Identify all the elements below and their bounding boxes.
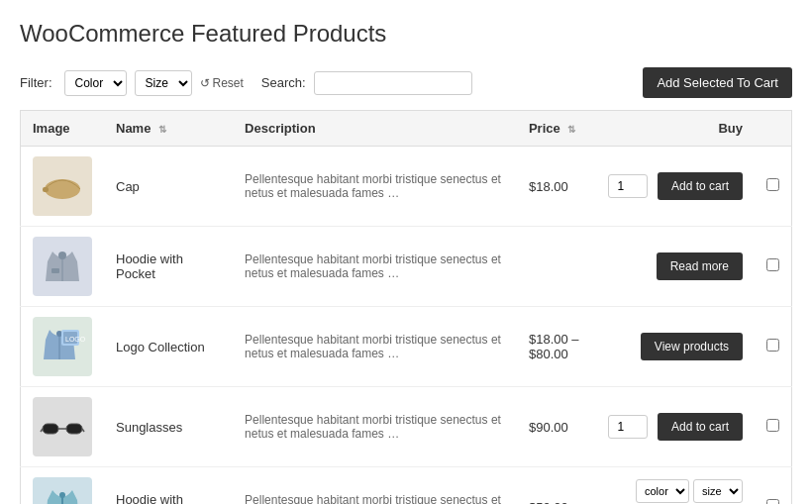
checkbox-hoodie-pocket[interactable] [766, 258, 779, 271]
product-name-hoodie-pocket: Hoodie with Pocket [104, 227, 233, 307]
checkbox-logo-collection[interactable] [766, 339, 779, 352]
product-image-cap [33, 156, 92, 216]
filter-label: Filter: [20, 75, 52, 90]
page-title: WooCommerce Featured Products [20, 20, 792, 48]
product-desc-cap: Pellentesque habitant morbi tristique se… [233, 147, 517, 227]
product-price-hoodie-pocket [517, 227, 596, 307]
checkbox-cell-sunglasses [755, 387, 792, 467]
toolbar: Filter: Color Size ↺ Reset Search: Add S… [20, 67, 792, 98]
hoodie-zipper-buy-area: color size Add to cart [608, 479, 743, 504]
svg-line-12 [82, 429, 84, 432]
product-image-sunglasses [33, 397, 92, 456]
product-price-sunglasses: $90.00 [517, 387, 596, 467]
qty-input-cap[interactable] [608, 174, 648, 198]
svg-text:LOGO: LOGO [65, 336, 86, 343]
product-price-hoodie-zipper: $50.00 [517, 467, 596, 505]
products-table: Image Name ⇅ Description Price ⇅ Buy [20, 110, 792, 504]
checkbox-cell-cap [755, 147, 792, 227]
col-checkbox-header [755, 111, 792, 147]
add-to-cart-button-sunglasses[interactable]: Add to cart [658, 413, 743, 441]
product-name-sunglasses: Sunglasses [104, 387, 233, 467]
checkbox-cell-hoodie-pocket [755, 227, 792, 307]
table-row: Hoodie with Pocket Pellentesque habitant… [21, 227, 792, 307]
col-description: Description [233, 111, 517, 147]
svg-rect-1 [43, 187, 49, 192]
checkbox-cap[interactable] [766, 178, 779, 191]
color-filter-select[interactable]: Color [64, 70, 127, 96]
size-filter-select[interactable]: Size [135, 70, 192, 96]
checkbox-cell-hoodie-zipper [755, 467, 792, 505]
search-label: Search: [261, 75, 306, 90]
col-name[interactable]: Name ⇅ [104, 111, 233, 147]
add-selected-to-cart-button[interactable]: Add Selected To Cart [643, 67, 792, 98]
svg-line-11 [41, 429, 43, 432]
add-to-cart-button-cap[interactable]: Add to cart [658, 172, 743, 200]
product-image-logo-collection: LOGO [33, 317, 92, 376]
checkbox-sunglasses[interactable] [766, 419, 779, 432]
buy-cell-logo-collection: View products [596, 307, 755, 387]
product-desc-sunglasses: Pellentesque habitant morbi tristique se… [233, 387, 517, 467]
product-desc-hoodie-zipper: Pellentesque habitant morbi tristique se… [233, 467, 517, 505]
table-header: Image Name ⇅ Description Price ⇅ Buy [21, 111, 792, 147]
hoodie-zipper-color-select[interactable]: color [636, 479, 689, 503]
svg-point-13 [59, 492, 65, 498]
name-sort-icon: ⇅ [158, 124, 166, 135]
product-name-logo-collection: Logo Collection [104, 307, 233, 387]
product-desc-hoodie-pocket: Pellentesque habitant morbi tristique se… [233, 227, 517, 307]
buy-cell-sunglasses: Add to cart [596, 387, 755, 467]
add-selected-area: Add Selected To Cart [643, 67, 792, 98]
svg-rect-8 [43, 424, 58, 434]
col-buy: Buy [596, 111, 755, 147]
col-image: Image [21, 111, 105, 147]
table-row: Sunglasses Pellentesque habitant morbi t… [21, 387, 792, 467]
checkbox-cell-logo-collection [755, 307, 792, 387]
product-image-hoodie-zipper [33, 477, 92, 504]
search-input[interactable] [314, 71, 472, 95]
buy-cell-hoodie-pocket: Read more [596, 227, 755, 307]
checkbox-hoodie-zipper[interactable] [766, 499, 779, 504]
table-row: Hoodie with Zipper Pellentesque habitant… [21, 467, 792, 505]
svg-point-2 [58, 252, 66, 259]
qty-input-sunglasses[interactable] [608, 415, 648, 439]
read-more-button[interactable]: Read more [657, 252, 743, 280]
hoodie-zipper-size-select[interactable]: size [693, 479, 743, 503]
buy-cell-hoodie-zipper: color size Add to cart [596, 467, 755, 505]
product-name-cap: Cap [104, 147, 233, 227]
buy-cell-cap: Add to cart [596, 147, 755, 227]
price-sort-icon: ⇅ [567, 124, 575, 135]
view-products-button[interactable]: View products [641, 333, 743, 360]
toolbar-left: Filter: Color Size ↺ Reset Search: [20, 70, 472, 96]
product-price-cap: $18.00 [517, 147, 596, 227]
product-name-hoodie-zipper: Hoodie with Zipper [104, 467, 233, 505]
product-image-hoodie-pocket [33, 237, 92, 296]
hoodie-zipper-options-row: color size [636, 479, 743, 503]
reset-icon: ↺ [200, 76, 210, 90]
product-price-logo-collection: $18.00 – $80.00 [517, 307, 596, 387]
svg-rect-9 [66, 424, 82, 434]
product-desc-logo-collection: Pellentesque habitant morbi tristique se… [233, 307, 517, 387]
table-body: Cap Pellentesque habitant morbi tristiqu… [21, 147, 792, 505]
reset-button[interactable]: ↺ Reset [200, 76, 244, 90]
col-price[interactable]: Price ⇅ [517, 111, 596, 147]
table-row: Cap Pellentesque habitant morbi tristiqu… [21, 147, 792, 227]
svg-rect-3 [51, 268, 59, 273]
table-row: LOGO Logo Collection Pellentesque habita… [21, 307, 792, 387]
